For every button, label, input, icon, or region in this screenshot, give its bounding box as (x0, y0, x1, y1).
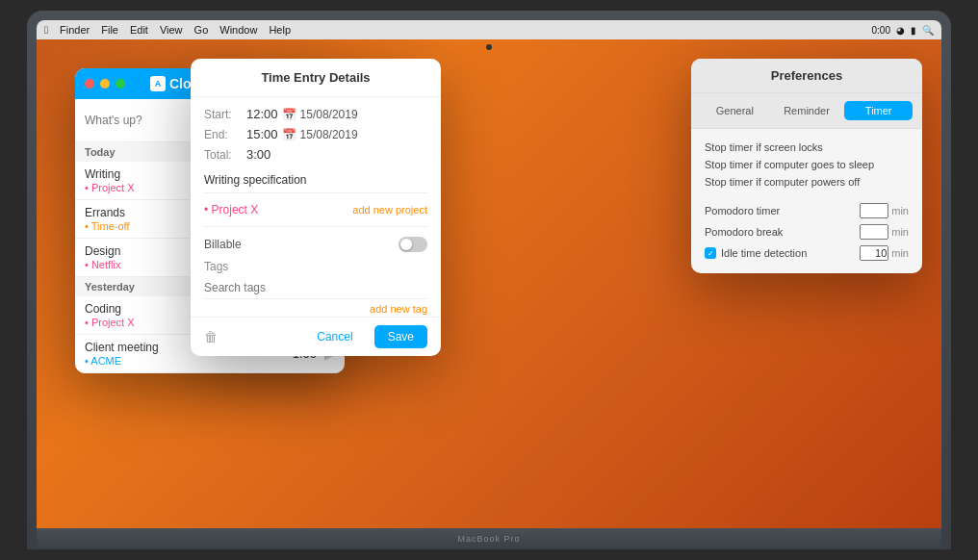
idle-unit: min (891, 247, 909, 259)
tab-timer[interactable]: Timer (844, 101, 913, 120)
total-row: Total: 3:00 (204, 147, 427, 162)
logo-icon: A (150, 76, 166, 91)
modal-footer: 🗑 Cancel Save (191, 317, 441, 356)
menu-bar:  Finder File Edit View Go Window Help 0… (37, 20, 941, 39)
billable-row: Billable (204, 233, 427, 256)
start-calendar-icon[interactable]: 📅 (282, 108, 296, 121)
idle-detection-label: Idle time detection (721, 247, 860, 259)
laptop-bottom: MacBook Pro (37, 528, 941, 549)
yesterday-label: Yesterday (85, 281, 135, 293)
minimize-button[interactable] (100, 79, 110, 89)
pomodoro-break-unit: min (891, 226, 909, 238)
tags-input[interactable] (204, 277, 427, 299)
modal-title: Time Entry Details (191, 59, 441, 97)
pomodoro-timer-row: Pomodoro timer min (705, 200, 909, 221)
desktop: A Clockify ↻ ☰ 00:00:00 ▶ ☰ Today (37, 39, 941, 528)
footer-buttons: Cancel Save (303, 325, 427, 348)
tab-general[interactable]: General (701, 101, 769, 120)
search-icon[interactable]: 🔍 (922, 25, 934, 36)
end-row: End: 15:00 📅 15/08/2019 (204, 127, 427, 141)
pomodoro-timer-input[interactable] (860, 203, 888, 218)
menu-window[interactable]: Window (219, 24, 257, 36)
total-time: 3:00 (246, 147, 270, 162)
modal-body: Start: 12:00 📅 15/08/2019 End: 15:00 📅 1… (191, 97, 441, 309)
menu-finder[interactable]: Finder (60, 24, 90, 36)
start-time[interactable]: 12:00 (246, 107, 278, 121)
menu-help[interactable]: Help (269, 24, 291, 36)
maximize-button[interactable] (116, 79, 125, 89)
billable-label: Billable (204, 238, 242, 251)
add-project-link[interactable]: add new project (352, 204, 427, 216)
menu-file[interactable]: File (101, 24, 118, 36)
time-entry-modal: Time Entry Details Start: 12:00 📅 15/08/… (191, 59, 441, 356)
option-text: Stop timer if computer goes to sleep (705, 159, 874, 170)
camera-dot (486, 44, 492, 50)
delete-icon[interactable]: 🗑 (204, 329, 218, 344)
tags-section: Tags add new tag (204, 260, 427, 299)
macbook-label: MacBook Pro (457, 534, 520, 544)
pomodoro-break-row: Pomodoro break min (705, 221, 909, 242)
idle-checkbox[interactable]: ✓ (705, 247, 716, 259)
divider (204, 226, 427, 227)
save-button[interactable]: Save (374, 325, 427, 348)
end-date: 15/08/2019 (300, 128, 358, 141)
pomodoro-break-input[interactable] (860, 224, 888, 240)
wifi-icon: ◕ (896, 25, 905, 36)
cancel-button[interactable]: Cancel (303, 325, 366, 348)
project-row: • Project X add new project (204, 199, 427, 220)
entry-project[interactable]: • ACME (85, 355, 285, 367)
battery-icon: ▮ (911, 25, 916, 36)
end-calendar-icon[interactable]: 📅 (282, 128, 296, 141)
menu-edit[interactable]: Edit (130, 24, 148, 36)
start-row: Start: 12:00 📅 15/08/2019 (204, 107, 427, 121)
add-tag-link[interactable]: add new tag (370, 303, 427, 315)
end-time[interactable]: 15:00 (246, 127, 278, 141)
idle-value-input[interactable] (860, 245, 888, 261)
preferences-tabs: General Reminder Timer (691, 93, 922, 129)
option-text: Stop timer if screen locks (705, 141, 823, 153)
laptop-shell:  Finder File Edit View Go Window Help 0… (27, 11, 951, 549)
menu-go[interactable]: Go (194, 24, 209, 36)
close-button[interactable] (85, 79, 94, 89)
menu-view[interactable]: View (160, 24, 183, 36)
billable-toggle[interactable] (399, 237, 427, 252)
description-input[interactable] (204, 167, 427, 193)
total-label: Total: (204, 148, 246, 162)
pref-divider (705, 191, 909, 200)
pomodoro-timer-unit: min (891, 205, 909, 216)
start-label: Start: (204, 108, 246, 121)
pomodoro-timer-label: Pomodoro timer (705, 205, 860, 216)
end-label: End: (204, 128, 246, 141)
start-date: 15/08/2019 (300, 108, 358, 121)
toggle-knob (400, 239, 412, 250)
preferences-body: Stop timer if screen locks Stop timer if… (691, 129, 922, 273)
today-label: Today (85, 146, 116, 158)
preferences-window: Preferences General Reminder Timer Stop … (691, 59, 922, 273)
tab-reminder[interactable]: Reminder (773, 101, 841, 120)
menu-bar-right: 0:00 ◕ ▮ 🔍 (872, 25, 934, 36)
preferences-title: Preferences (691, 59, 922, 93)
pref-option-power: Stop timer if computer powers off (705, 173, 909, 191)
screen-bezel:  Finder File Edit View Go Window Help 0… (37, 20, 941, 528)
pref-option-screen: Stop timer if screen locks (705, 139, 909, 156)
option-text: Stop timer if computer powers off (705, 176, 860, 188)
project-tag[interactable]: • Project X (204, 203, 258, 216)
apple-icon[interactable]:  (44, 24, 48, 36)
idle-detection-row: ✓ Idle time detection min (705, 242, 909, 264)
tags-label: Tags (204, 260, 427, 273)
pref-option-sleep: Stop timer if computer goes to sleep (705, 156, 909, 173)
pomodoro-break-label: Pomodoro break (705, 226, 860, 238)
clock-display: 0:00 (872, 25, 890, 36)
